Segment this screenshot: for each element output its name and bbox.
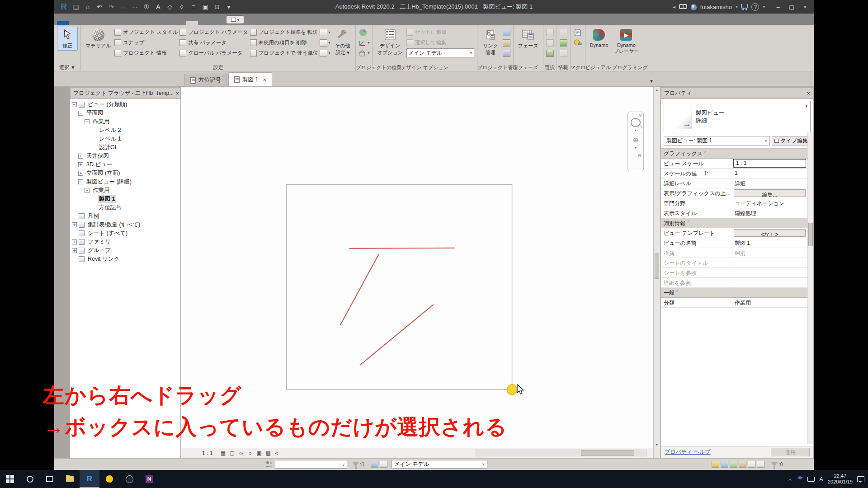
tab-structure[interactable]: [80, 21, 92, 25]
tree-item[interactable]: レベル 2: [70, 126, 180, 135]
project-browser-header[interactable]: プロジェクト ブラウザ - 二上Hb_Temp... ×: [70, 87, 180, 99]
tree-item[interactable]: 製図 1: [70, 195, 180, 203]
properties-scrollbar[interactable]: [807, 132, 813, 444]
home-icon[interactable]: ⌂: [82, 2, 93, 12]
tree-item[interactable]: 設計GL: [70, 143, 180, 152]
ribbon-button[interactable]: プロジェクトで 使う単位: [250, 48, 318, 58]
revit-taskbar-button[interactable]: R: [80, 470, 99, 488]
property-row[interactable]: グラフィックス ^: [661, 149, 813, 159]
tab-insert[interactable]: [116, 21, 127, 25]
maximize-button[interactable]: ▢: [785, 1, 798, 13]
property-row[interactable]: 詳細レベル 詳細: [661, 178, 813, 188]
tree-item[interactable]: + 3D ビュー: [70, 160, 180, 169]
ribbon-button[interactable]: プロジェクト 情報: [114, 48, 178, 58]
crop-view-icon[interactable]: ▣: [255, 450, 263, 457]
tree-expander-icon[interactable]: +: [72, 239, 77, 244]
properties-help-link[interactable]: プロパティ ヘルプ: [665, 448, 711, 456]
drag-elements-icon[interactable]: [739, 461, 746, 468]
panel-label-inquiry[interactable]: 情報: [557, 64, 570, 71]
tag-icon[interactable]: ①: [141, 2, 152, 12]
user-menu-chevron-icon[interactable]: ▾: [736, 5, 738, 9]
apply-button[interactable]: 適用: [771, 448, 810, 456]
workset-combo[interactable]: ∨: [275, 460, 347, 469]
property-value[interactable]: 隠線処理: [732, 208, 807, 218]
tree-expander-icon[interactable]: −: [85, 188, 90, 193]
property-value[interactable]: 作業用: [732, 298, 807, 307]
section-collapse-icon[interactable]: ^: [704, 149, 711, 158]
signed-in-user[interactable]: futakamisho: [700, 4, 732, 10]
taskbar-clock[interactable]: 22:47 2020/01/19: [828, 473, 853, 485]
tree-item[interactable]: + ファミリ: [70, 238, 180, 246]
tree-item[interactable]: − 作業用: [70, 186, 180, 195]
exclude-options-icon[interactable]: [757, 461, 764, 468]
scroll-down-icon[interactable]: ▼: [654, 443, 660, 447]
instance-combo[interactable]: 製図ビュー: 製図 1 ∨: [664, 136, 770, 145]
location-button[interactable]: [359, 28, 369, 37]
edit-type-button[interactable]: タイプ編集: [772, 136, 811, 145]
section-icon[interactable]: ◊: [176, 2, 187, 12]
property-value[interactable]: コーディネーション: [732, 198, 807, 208]
ribbon-button[interactable]: プロジェクト パラメータ: [179, 28, 248, 37]
tree-item[interactable]: − 平面図: [70, 109, 180, 117]
property-row[interactable]: ビューの名前 製図 1: [661, 238, 813, 248]
filter-icon[interactable]: [771, 462, 778, 466]
doc-tab-north-arrow[interactable]: 方位記号: [184, 74, 227, 86]
worksets-icon[interactable]: [265, 461, 273, 468]
tab-architecture[interactable]: [69, 21, 80, 25]
vscroll-thumb[interactable]: [655, 253, 659, 279]
store-cart-icon[interactable]: [741, 4, 748, 9]
editable-only-filter-icon[interactable]: [353, 462, 359, 466]
search-button[interactable]: [20, 470, 40, 488]
panel-label-settings[interactable]: 設定: [81, 64, 355, 71]
temporary-hide-icon[interactable]: ○: [246, 450, 254, 457]
tree-expander-icon[interactable]: +: [72, 248, 77, 253]
ribbon-button[interactable]: オブジェクト スタイル: [114, 28, 178, 37]
tab-systems[interactable]: [104, 21, 116, 25]
ribbon-button[interactable]: 共有 パラメータ: [179, 38, 248, 47]
property-value[interactable]: 1 : 1: [733, 159, 806, 168]
coordinates-dropdown[interactable]: ▾: [359, 38, 369, 47]
tree-item[interactable]: 方位記号: [70, 203, 180, 212]
onenote-button[interactable]: N: [139, 470, 159, 488]
tree-expander-icon[interactable]: −: [78, 111, 83, 116]
close-button[interactable]: ×: [798, 1, 812, 13]
start-button[interactable]: [0, 470, 20, 488]
tree-expander-icon[interactable]: −: [72, 102, 77, 107]
tab-list-icon[interactable]: ▼: [649, 79, 654, 84]
ime-indicator[interactable]: A: [819, 476, 823, 483]
tab-addins[interactable]: [198, 21, 210, 25]
materials-button[interactable]: マテリアル: [84, 27, 113, 51]
property-value[interactable]: <なし>: [734, 229, 806, 237]
zoom-icon[interactable]: ⊕: [633, 136, 639, 144]
property-value[interactable]: [732, 268, 807, 277]
tree-expander-icon[interactable]: +: [78, 154, 83, 159]
measure-icon[interactable]: ↔: [118, 2, 128, 12]
panel-label-macros[interactable]: マクロ: [571, 64, 585, 71]
property-value[interactable]: 製図 1: [732, 238, 807, 248]
steering-wheel-2d-icon[interactable]: [631, 118, 641, 127]
touch-keyboard-icon[interactable]: [807, 477, 815, 482]
panel-schedule-dropdown[interactable]: ▾: [320, 48, 330, 58]
panel-label-design-options[interactable]: デザイン オプション: [373, 64, 476, 71]
navigation-bar[interactable]: ⊗ ▾ ⊕ ▾ ⊖: [627, 112, 644, 171]
switch-windows-icon[interactable]: ⊡: [212, 2, 222, 12]
design-option-combo[interactable]: メイン モデル▾: [406, 48, 474, 57]
ribbon-button[interactable]: プロジェクト標準を 転送: [250, 28, 318, 37]
modify-button[interactable]: 修正: [57, 27, 78, 51]
task-view-button[interactable]: [40, 470, 60, 488]
tree-expander-icon[interactable]: −: [78, 179, 83, 184]
manage-images-icon[interactable]: [503, 28, 510, 37]
design-option-status-combo[interactable]: メイン モデル ∨: [392, 460, 487, 469]
position-dropdown[interactable]: ▾: [359, 48, 369, 58]
tree-item[interactable]: Revit リンク: [70, 255, 180, 263]
vertical-scrollbar[interactable]: ▲ ▼: [653, 87, 660, 458]
panel-label-project-location[interactable]: プロジェクトの位置: [356, 64, 372, 71]
redo-icon[interactable]: ↷: [106, 2, 117, 12]
browser-close-icon[interactable]: ×: [175, 90, 179, 97]
tree-item[interactable]: + 天井伏図: [70, 152, 180, 160]
file-explorer-button[interactable]: [60, 470, 80, 488]
help-menu-chevron-icon[interactable]: ▾: [763, 5, 765, 9]
ribbon-button[interactable]: 未使用の項目を 削除: [250, 38, 318, 47]
phases-button[interactable]: フェーズ: [516, 27, 540, 51]
panel-label-selection[interactable]: 選択: [543, 64, 557, 71]
